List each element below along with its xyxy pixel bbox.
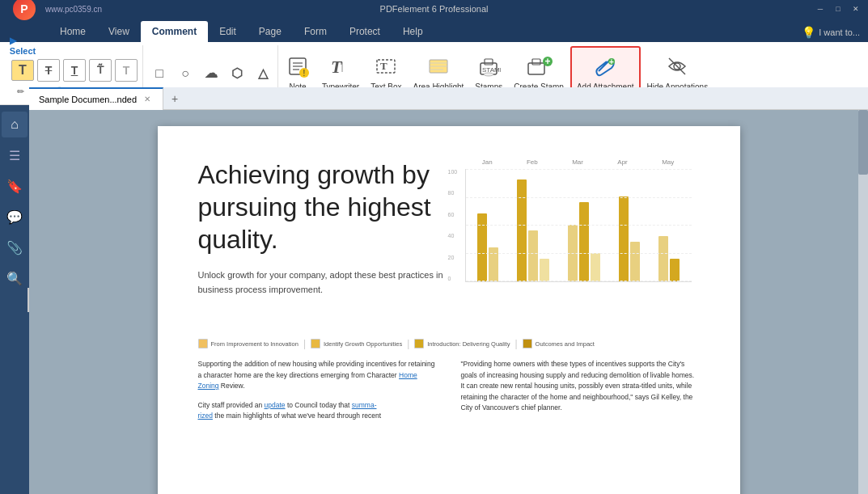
tab-page[interactable]: Page: [248, 21, 293, 42]
watermark-text: www.pc0359.cn: [45, 5, 102, 14]
svg-text:|: |: [341, 60, 344, 72]
select-tool[interactable]: ▶ Select: [11, 35, 34, 57]
body-left-text-1: Supporting the addition of new housing w…: [198, 359, 437, 392]
body-left: Supporting the addition of new housing w…: [198, 359, 437, 430]
rectangle-tool[interactable]: □: [148, 62, 171, 85]
body-right-text-1: "Providing home owners with these types …: [461, 359, 700, 414]
doc-tab-label: Sample Documen...nded: [39, 95, 137, 104]
text-underline-T[interactable]: T: [63, 59, 86, 82]
section-tab-3: Introduction: Delivering Quality: [414, 338, 510, 349]
close-button[interactable]: ✕: [850, 3, 862, 15]
chart-feb: [517, 179, 549, 281]
tab-comment[interactable]: Comment: [141, 21, 208, 42]
main-content: Achieving growth by pursuing the highest…: [29, 110, 868, 494]
section-tab-icon-2: [311, 339, 320, 348]
svg-text:T: T: [380, 60, 387, 72]
document-tab[interactable]: Sample Documen...nded ✕: [29, 87, 163, 110]
new-tab-button[interactable]: +: [163, 89, 186, 108]
app-logo: P: [6, 0, 42, 20]
text-faded-T[interactable]: T: [115, 59, 138, 82]
section-tab-4: Outcomes and Impact: [523, 338, 595, 349]
scrollbar-thumb[interactable]: [858, 110, 868, 175]
tab-edit[interactable]: Edit: [208, 21, 248, 42]
chart-month-may: May: [662, 158, 674, 166]
chart-month-jan: Jan: [482, 158, 493, 166]
chart-months: Jan Feb Mar Apr May: [465, 158, 692, 166]
pencil-tool[interactable]: ✏: [11, 83, 29, 101]
note-icon: !: [286, 55, 309, 81]
title-bar-left: P www.pc0359.cn: [6, 0, 102, 20]
app-title: PDFelement 6 Professional: [380, 4, 489, 14]
pdf-left-column: Achieving growth by pursuing the highest…: [198, 158, 449, 328]
section-tab-icon-3: [414, 339, 424, 348]
triangle-tool[interactable]: △: [252, 62, 274, 85]
svg-text:!: !: [303, 69, 306, 78]
left-sidebar: ⌂ ☰ 🔖 💬 📎 🔍 ▶: [0, 105, 29, 494]
chart-area: Jan Feb Mar Apr May 020406080100: [465, 158, 692, 320]
minimize-button[interactable]: ─: [815, 3, 826, 15]
sidebar-search-icon[interactable]: 🔍: [2, 265, 28, 291]
window-controls: ─ □ ✕: [815, 3, 862, 15]
restore-button[interactable]: □: [832, 3, 844, 15]
update-link[interactable]: update: [265, 401, 286, 409]
sidebar-layers-icon[interactable]: ☰: [2, 142, 28, 168]
section-tab-2: Identify Growth Opportunities: [311, 338, 402, 349]
cloud-tool[interactable]: ☁: [200, 62, 222, 85]
pdf-content-row: Achieving growth by pursuing the highest…: [198, 158, 700, 328]
svg-text:STAMP: STAMP: [482, 66, 501, 74]
chart-month-feb: Feb: [527, 158, 538, 166]
summa-link[interactable]: summa-rized: [198, 401, 377, 420]
section-tabs: From Improvement to Innovation | Identif…: [198, 338, 700, 349]
hide-annotations-icon: [666, 55, 688, 81]
tab-close-button[interactable]: ✕: [142, 94, 153, 104]
add-attachment-icon: +: [594, 55, 616, 81]
textbox-icon: T: [375, 55, 397, 81]
section-tab-icon-1: [198, 339, 208, 348]
tab-bar: Sample Documen...nded ✕ +: [29, 87, 868, 110]
chart-apr: [619, 196, 640, 281]
scrollbar-vertical[interactable]: [858, 110, 868, 494]
pdf-subtext: Unlock growth for your company, adopt th…: [198, 268, 449, 297]
chart-month-apr: Apr: [617, 158, 627, 166]
chart-jan: [477, 213, 498, 281]
sidebar-attachment-icon[interactable]: 📎: [2, 234, 28, 260]
pdf-heading: Achieving growth by pursuing the highest…: [198, 158, 449, 255]
title-bar: P www.pc0359.cn PDFelement 6 Professiona…: [0, 0, 868, 18]
body-text-row: Supporting the addition of new housing w…: [198, 359, 700, 430]
chart-mar: [568, 202, 600, 281]
sidebar-comment-icon[interactable]: 💬: [2, 204, 28, 230]
tab-help[interactable]: Help: [392, 21, 434, 42]
svg-rect-15: [485, 59, 493, 65]
pdf-right-column: Jan Feb Mar Apr May 020406080100: [465, 158, 700, 328]
typewriter-icon: T |: [329, 55, 352, 81]
svg-text:+: +: [545, 56, 551, 67]
create-stamp-icon: +: [525, 55, 553, 81]
tab-form[interactable]: Form: [293, 21, 338, 42]
body-left-text-2: City staff provided an update to Council…: [198, 400, 437, 422]
section-tab-1: From Improvement to Innovation: [198, 338, 299, 349]
chart-month-mar: Mar: [572, 158, 583, 166]
circle-tool[interactable]: ○: [174, 62, 197, 85]
tab-protect[interactable]: Protect: [338, 21, 392, 42]
text-wavy-T[interactable]: T͂: [89, 59, 112, 82]
section-tab-icon-4: [523, 339, 532, 348]
sidebar-bookmark-icon[interactable]: 🔖: [2, 173, 28, 199]
logo-icon: P: [13, 0, 36, 20]
svg-rect-19: [532, 59, 540, 65]
i-want-to[interactable]: 💡 I want to...: [802, 26, 868, 42]
diamond-tool[interactable]: ⬡: [226, 62, 248, 85]
pdf-page: Achieving growth by pursuing the highest…: [158, 126, 740, 494]
svg-line-25: [669, 58, 685, 74]
home-zoning-link[interactable]: Home Zoning: [198, 371, 417, 391]
sidebar-home-icon[interactable]: ⌂: [2, 112, 28, 137]
chart-may: [658, 236, 680, 281]
body-right: "Providing home owners with these types …: [461, 359, 700, 430]
area-highlight-icon: [427, 55, 450, 81]
stamps-icon: STAMP: [476, 55, 501, 81]
text-highlight-T[interactable]: T: [11, 60, 34, 81]
text-strikethrough-T[interactable]: T: [37, 59, 60, 82]
svg-text:+: +: [609, 57, 614, 66]
